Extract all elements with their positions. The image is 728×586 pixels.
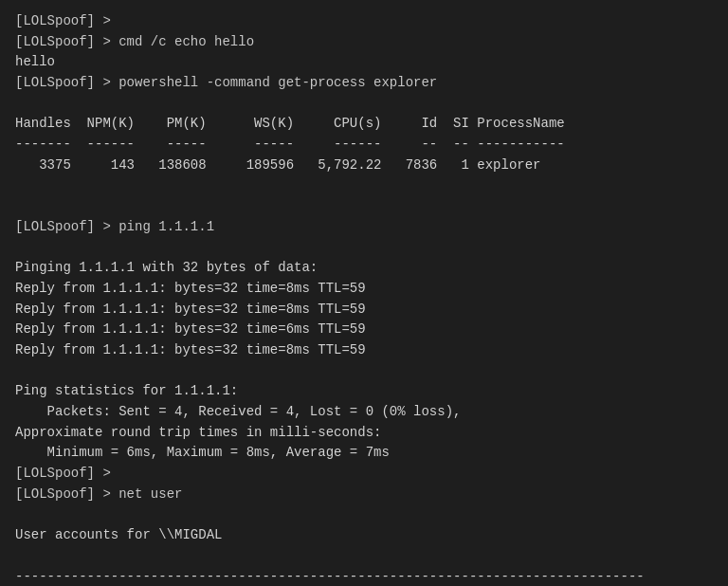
terminal-output-line: Reply from 1.1.1.1: bytes=32 time=8ms TT… — [15, 300, 713, 320]
blank-line — [15, 505, 713, 526]
terminal-output-line: Pinging 1.1.1.1 with 32 bytes of data: — [15, 258, 713, 279]
blank-line — [15, 94, 713, 115]
terminal-prompt-line: [LOLSpoof] > cmd /c echo hello — [15, 32, 713, 53]
terminal-output: [LOLSpoof] >[LOLSpoof] > cmd /c echo hel… — [15, 11, 713, 586]
terminal-output-line: hello — [15, 52, 713, 73]
blank-line — [15, 196, 713, 217]
terminal-output-line: Handles NPM(K) PM(K) WS(K) CPU(s) Id SI … — [15, 114, 713, 135]
terminal-output-line: Reply from 1.1.1.1: bytes=32 time=6ms TT… — [15, 320, 713, 340]
terminal-output-line: Reply from 1.1.1.1: bytes=32 time=8ms TT… — [15, 279, 713, 300]
terminal-output-line: ----------------------------------------… — [15, 567, 713, 586]
terminal-prompt-line: [LOLSpoof] > — [15, 11, 713, 32]
blank-line — [15, 546, 713, 567]
terminal-output-line: ------- ------ ----- ----- ------ -- -- … — [15, 135, 713, 156]
terminal-prompt-line: [LOLSpoof] > powershell -command get-pro… — [15, 73, 713, 94]
blank-line — [15, 361, 713, 382]
terminal-prompt-line: [LOLSpoof] > net user — [15, 485, 713, 505]
terminal-output-line: Ping statistics for 1.1.1.1: — [15, 381, 713, 402]
terminal-output-line: Packets: Sent = 4, Received = 4, Lost = … — [15, 402, 713, 423]
terminal-prompt-line: [LOLSpoof] > ping 1.1.1.1 — [15, 217, 713, 238]
terminal-output-line: 3375 143 138608 189596 5,792.22 7836 1 e… — [15, 156, 713, 176]
terminal-window[interactable]: [LOLSpoof] >[LOLSpoof] > cmd /c echo hel… — [0, 0, 728, 586]
terminal-output-line: User accounts for \\MIGDAL — [15, 525, 713, 546]
terminal-prompt-line: [LOLSpoof] > — [15, 464, 713, 485]
terminal-output-line: Minimum = 6ms, Maximum = 8ms, Average = … — [15, 443, 713, 464]
blank-line — [15, 176, 713, 197]
terminal-output-line: Approximate round trip times in milli-se… — [15, 423, 713, 444]
blank-line — [15, 238, 713, 259]
terminal-output-line: Reply from 1.1.1.1: bytes=32 time=8ms TT… — [15, 340, 713, 361]
